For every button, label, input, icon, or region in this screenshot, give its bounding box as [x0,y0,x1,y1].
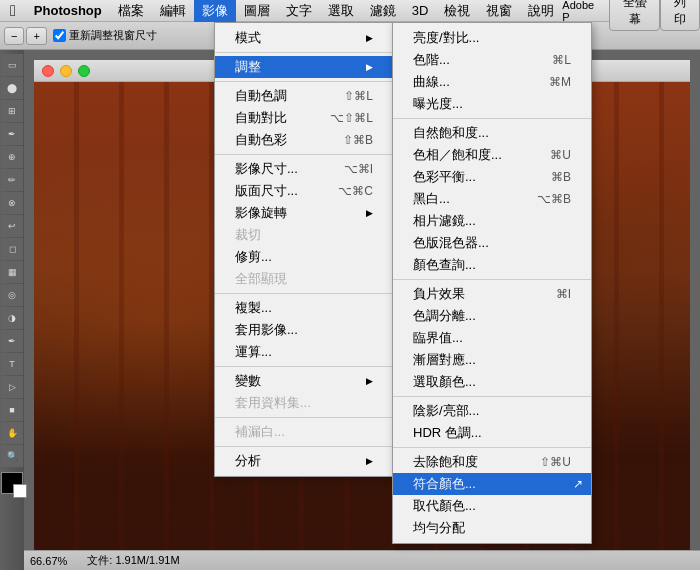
menu-item-apply-image[interactable]: 套用影像... [215,319,393,341]
menu-select[interactable]: 選取 [320,0,362,22]
window-close-btn[interactable] [42,65,54,77]
eyedropper-tool[interactable]: ✒ [1,123,23,145]
menu-item-color-balance[interactable]: 色彩平衡... ⌘B [393,166,591,188]
window-minimize-btn[interactable] [60,65,72,77]
menu-item-curves[interactable]: 曲線... ⌘M [393,71,591,93]
lasso-tool[interactable]: ⬤ [1,77,23,99]
menu-item-black-white[interactable]: 黑白... ⌥⌘B [393,188,591,210]
shape-tool[interactable]: ■ [1,399,23,421]
menu-item-crop[interactable]: 裁切 [215,224,393,246]
zoom-level: 66.67% [30,555,67,567]
menu-item-auto-color[interactable]: 自動色彩 ⇧⌘B [215,129,393,151]
separator [215,154,393,155]
menu-adjust-dropdown: 亮度/對比... 色階... ⌘L 曲線... ⌘M 曝光度... 自然飽和度.… [392,22,592,544]
menu-item-equalize[interactable]: 均勻分配 [393,517,591,539]
menu-item-match-color[interactable]: 符合顏色... ↗ [393,473,591,495]
history-tool[interactable]: ↩ [1,215,23,237]
menu-file[interactable]: 檔案 [110,0,152,22]
menu-image-dropdown: 模式 調整 自動色調 ⇧⌘L 自動對比 ⌥⇧⌘L 自動色彩 ⇧⌘B 影像尺寸..… [214,22,394,477]
separator [215,446,393,447]
menu-layer[interactable]: 圖層 [236,0,278,22]
menu-item-duplicate[interactable]: 複製... [215,297,393,319]
menu-item-levels[interactable]: 色階... ⌘L [393,49,591,71]
menu-item-analysis[interactable]: 分析 [215,450,393,472]
menu-3d[interactable]: 3D [404,0,437,22]
zoom-out-button[interactable]: − [4,27,24,45]
menu-item-posterize[interactable]: 色調分離... [393,305,591,327]
menu-item-threshold[interactable]: 臨界值... [393,327,591,349]
menu-item-selective-color[interactable]: 選取顏色... [393,371,591,393]
menu-text[interactable]: 文字 [278,0,320,22]
menu-item-auto-tone[interactable]: 自動色調 ⇧⌘L [215,85,393,107]
tool-panel: ▭ ⬤ ⊞ ✒ ⊕ ✏ ⊗ ↩ ◻ ▦ ◎ ◑ ✒ T ▷ ■ ✋ 🔍 [0,50,24,570]
menu-item-auto-contrast[interactable]: 自動對比 ⌥⇧⌘L [215,107,393,129]
menu-item-color-lookup[interactable]: 顏色查詢... [393,254,591,276]
app-name[interactable]: Photoshop [26,0,110,22]
separator [393,118,591,119]
menu-item-mode[interactable]: 模式 [215,27,393,49]
selection-tool[interactable]: ▭ [1,54,23,76]
fullscreen-button[interactable]: 全螢幕 [609,0,660,31]
separator [215,366,393,367]
menu-filter[interactable]: 濾鏡 [362,0,404,22]
separator [215,81,393,82]
menu-item-channel-mixer[interactable]: 色版混色器... [393,232,591,254]
window-maximize-btn[interactable] [78,65,90,77]
menu-item-apply-dataset[interactable]: 套用資料集... [215,392,393,414]
print-button[interactable]: 列印 [660,0,700,31]
menu-item-brightness[interactable]: 亮度/對比... [393,27,591,49]
menu-item-adjust[interactable]: 調整 [215,56,393,78]
menu-item-trap[interactable]: 補漏白... [215,421,393,443]
zoom-in-button[interactable]: + [26,27,46,45]
pen-tool[interactable]: ✒ [1,330,23,352]
separator [215,417,393,418]
healing-tool[interactable]: ⊕ [1,146,23,168]
menu-view[interactable]: 檢視 [436,0,478,22]
menu-edit[interactable]: 編輯 [152,0,194,22]
menu-item-calculations[interactable]: 運算... [215,341,393,363]
path-tool[interactable]: ▷ [1,376,23,398]
eraser-tool[interactable]: ◻ [1,238,23,260]
file-info: 文件: 1.91M/1.91M [87,553,179,568]
menu-item-reveal[interactable]: 全部顯現 [215,268,393,290]
menu-window[interactable]: 視窗 [478,0,520,22]
apple-menu[interactable]:  [0,0,26,22]
menu-help[interactable]: 說明 [520,0,562,22]
menu-item-exposure[interactable]: 曝光度... [393,93,591,115]
background-color[interactable] [13,484,27,498]
menu-item-variables[interactable]: 變數 [215,370,393,392]
cursor-indicator: ↗ [573,477,583,491]
resize-checkbox[interactable] [53,29,66,42]
gradient-tool[interactable]: ▦ [1,261,23,283]
menu-item-desaturate[interactable]: 去除飽和度 ⇧⌘U [393,451,591,473]
menu-item-photo-filter[interactable]: 相片濾鏡... [393,210,591,232]
dodge-tool[interactable]: ◑ [1,307,23,329]
separator [215,52,393,53]
menu-item-gradient-map[interactable]: 漸層對應... [393,349,591,371]
menu-image[interactable]: 影像 [194,0,236,22]
menu-item-shadows[interactable]: 陰影/亮部... [393,400,591,422]
menu-item-rotation[interactable]: 影像旋轉 [215,202,393,224]
menu-item-replace-color[interactable]: 取代顏色... [393,495,591,517]
crop-tool[interactable]: ⊞ [1,100,23,122]
status-bar: 66.67% 文件: 1.91M/1.91M [24,550,700,570]
menu-item-trim[interactable]: 修剪... [215,246,393,268]
menu-item-vibrance[interactable]: 自然飽和度... [393,122,591,144]
menu-item-hdr-toning[interactable]: HDR 色調... [393,422,591,444]
hand-tool[interactable]: ✋ [1,422,23,444]
resize-checkbox-label: 重新調整視窗尺寸 [53,28,157,43]
zoom-tool[interactable]: 🔍 [1,445,23,467]
brush-tool[interactable]: ✏ [1,169,23,191]
menu-bar:  Photoshop 檔案 編輯 影像 圖層 文字 選取 濾鏡 3D 檢視 視… [0,0,700,22]
menu-item-image-size[interactable]: 影像尺寸... ⌥⌘I [215,158,393,180]
foreground-color[interactable] [1,472,23,494]
separator [215,293,393,294]
menu-item-hue-sat[interactable]: 色相／飽和度... ⌘U [393,144,591,166]
clone-tool[interactable]: ⊗ [1,192,23,214]
menu-item-canvas-size[interactable]: 版面尺寸... ⌥⌘C [215,180,393,202]
menu-item-invert[interactable]: 負片效果 ⌘I [393,283,591,305]
separator [393,447,591,448]
text-tool[interactable]: T [1,353,23,375]
blur-tool[interactable]: ◎ [1,284,23,306]
separator [393,279,591,280]
